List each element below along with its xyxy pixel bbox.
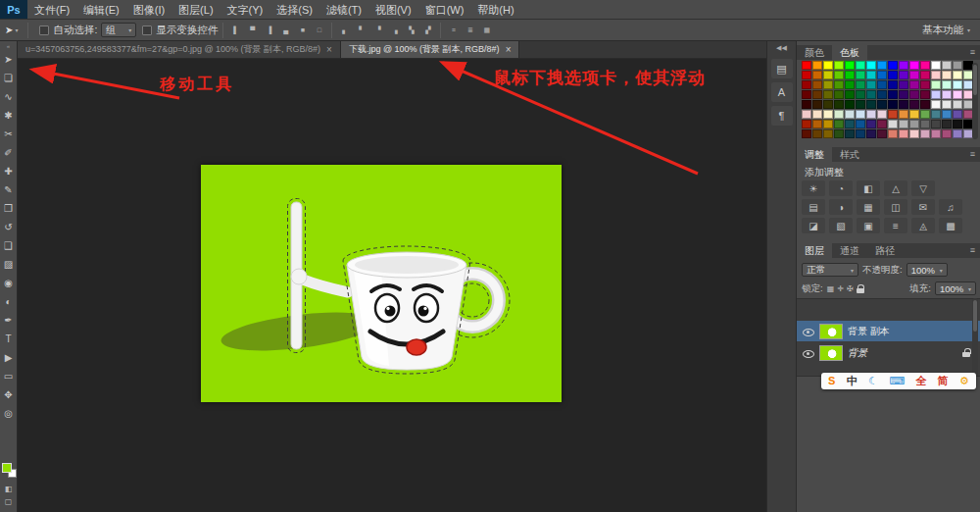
color-swatch[interactable] — [953, 61, 962, 70]
ime-icon-0[interactable]: S — [828, 373, 835, 389]
layer-row-0[interactable]: 背景 副本 — [797, 321, 980, 341]
color-swatch[interactable] — [888, 71, 898, 79]
lock-option-icon[interactable]: ✛ — [837, 284, 844, 293]
panel-icon-paragraph[interactable]: ¶ — [771, 106, 793, 126]
align-icon[interactable]: ▌ — [228, 24, 243, 37]
auto-select-checkbox[interactable] — [39, 26, 49, 35]
layer-thumbnail[interactable] — [819, 345, 843, 361]
color-swatch[interactable] — [877, 61, 887, 70]
color-swatch[interactable] — [899, 90, 908, 99]
color-swatch[interactable] — [812, 90, 822, 99]
color-swatch[interactable] — [942, 129, 952, 138]
color-swatch[interactable] — [866, 129, 876, 138]
color-swatch[interactable] — [866, 61, 876, 70]
blend-mode-select[interactable]: 正常 ▾ — [802, 263, 858, 277]
color-swatch[interactable] — [888, 90, 898, 99]
color-swatch[interactable] — [920, 90, 930, 99]
color-swatch[interactable] — [856, 120, 865, 128]
tab-color[interactable]: 颜色 — [797, 45, 832, 60]
color-swatch[interactable] — [823, 61, 833, 70]
history-brush-tool[interactable]: ↺ — [0, 218, 17, 236]
color-swatch[interactable] — [877, 100, 887, 109]
align-icon[interactable]: ▀ — [245, 24, 260, 37]
color-swatch[interactable] — [942, 120, 952, 128]
menu-item-9[interactable]: 帮助(H) — [470, 0, 520, 20]
color-swatch[interactable] — [802, 71, 811, 79]
color-swatch[interactable] — [920, 80, 930, 89]
panel-icon-character[interactable]: A — [771, 82, 793, 102]
panel-menu-icon[interactable]: ≡ — [970, 243, 980, 258]
color-swatch[interactable] — [856, 100, 865, 109]
tab-close-icon[interactable]: × — [326, 44, 332, 55]
gradient-tool[interactable]: ▨ — [0, 255, 17, 274]
color-swatch[interactable] — [931, 100, 941, 109]
hand-tool[interactable]: ✥ — [0, 385, 17, 404]
adjustment-icon[interactable]: ◔ — [829, 180, 853, 196]
shape-tool[interactable]: ▭ — [0, 367, 17, 385]
eyedropper-tool[interactable]: ✐ — [0, 143, 17, 162]
adjustment-icon[interactable]: ☀ — [802, 180, 825, 196]
panel-menu-icon[interactable]: ≡ — [970, 45, 980, 60]
color-swatch[interactable] — [802, 120, 811, 128]
color-swatch[interactable] — [823, 100, 833, 109]
adjustment-icon[interactable]: ◫ — [884, 199, 907, 215]
zoom-tool[interactable]: ◎ — [0, 404, 17, 423]
color-swatch[interactable] — [942, 61, 952, 70]
opacity-select[interactable]: 100% ▾ — [906, 263, 948, 277]
color-swatch[interactable] — [920, 100, 930, 109]
color-swatch[interactable] — [931, 90, 941, 99]
show-transform-checkbox[interactable] — [142, 26, 152, 35]
color-swatch[interactable] — [845, 90, 855, 99]
canvas-area[interactable] — [18, 59, 766, 512]
color-swatch[interactable] — [953, 100, 962, 109]
color-swatch[interactable] — [877, 129, 887, 138]
color-swatch[interactable] — [812, 129, 822, 138]
adjustment-icon[interactable]: ≡ — [884, 218, 907, 233]
menu-item-2[interactable]: 图像(I) — [126, 0, 172, 20]
adjustment-icon[interactable]: ▧ — [829, 218, 853, 233]
lock-option-icon[interactable]: ✠ — [847, 284, 854, 293]
panel-icon-swatches[interactable]: ▤ — [771, 59, 793, 78]
color-swatch[interactable] — [802, 80, 811, 89]
color-swatch[interactable] — [931, 80, 941, 89]
collapse-panels-icon[interactable]: ◀◀ — [767, 41, 796, 55]
color-swatch[interactable] — [823, 110, 833, 119]
color-swatch[interactable] — [942, 80, 952, 89]
color-swatch[interactable] — [942, 71, 952, 79]
align-icon[interactable]: ≣ — [463, 24, 477, 37]
adjustment-icon[interactable]: ▩ — [939, 218, 962, 233]
color-swatch[interactable] — [931, 71, 941, 79]
menu-item-1[interactable]: 编辑(E) — [76, 0, 126, 20]
color-swatch[interactable] — [802, 110, 811, 119]
color-swatch[interactable] — [909, 80, 919, 89]
color-swatch[interactable] — [856, 129, 865, 138]
color-swatch[interactable] — [856, 80, 865, 89]
color-swatch[interactable] — [942, 100, 952, 109]
color-swatch[interactable] — [877, 71, 887, 79]
clone-stamp-tool[interactable]: ❐ — [0, 199, 17, 218]
crop-tool[interactable]: ✂ — [0, 125, 17, 143]
visibility-eye-icon[interactable] — [802, 326, 814, 337]
healing-brush-tool[interactable]: ✚ — [0, 162, 17, 180]
color-swatch[interactable] — [856, 90, 865, 99]
color-swatch[interactable] — [812, 80, 822, 89]
fill-select[interactable]: 100% ▾ — [935, 282, 976, 295]
color-swatch[interactable] — [866, 71, 876, 79]
color-swatch[interactable] — [909, 100, 919, 109]
color-swatch[interactable] — [899, 80, 908, 89]
color-swatch[interactable] — [845, 100, 855, 109]
tab-adjustments[interactable]: 调整 — [797, 147, 832, 162]
brush-tool[interactable]: ✎ — [0, 180, 17, 199]
color-swatch[interactable] — [909, 61, 919, 70]
color-swatch[interactable] — [899, 110, 908, 119]
tab-paths[interactable]: 路径 — [867, 243, 903, 258]
lasso-tool[interactable]: ∿ — [0, 87, 17, 106]
color-swatch[interactable] — [812, 61, 822, 70]
color-swatch[interactable] — [888, 110, 898, 119]
color-swatch[interactable] — [845, 110, 855, 119]
color-swatch[interactable] — [953, 120, 962, 128]
quick-select-tool[interactable]: ✱ — [0, 106, 17, 125]
color-swatch[interactable] — [953, 129, 962, 138]
toolbar-collapse-icon[interactable]: « — [0, 41, 17, 50]
color-swatch[interactable] — [931, 110, 941, 119]
